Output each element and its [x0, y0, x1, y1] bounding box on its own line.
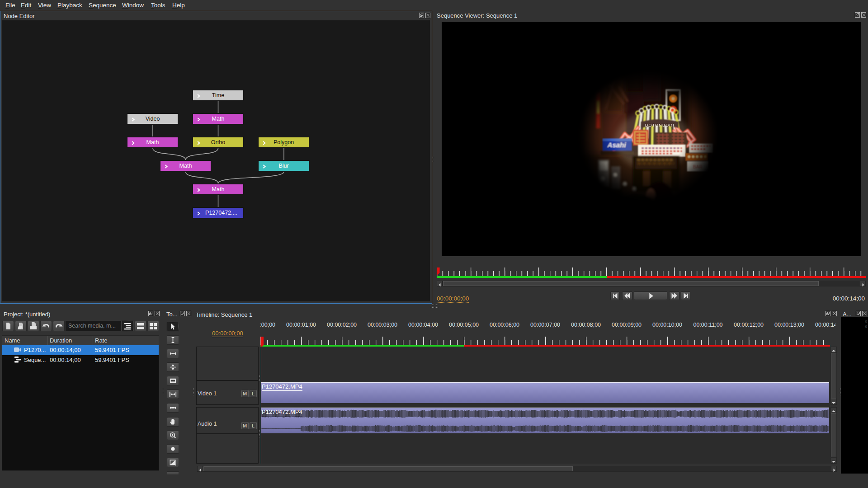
- svg-text:BAR: BAR: [693, 164, 703, 169]
